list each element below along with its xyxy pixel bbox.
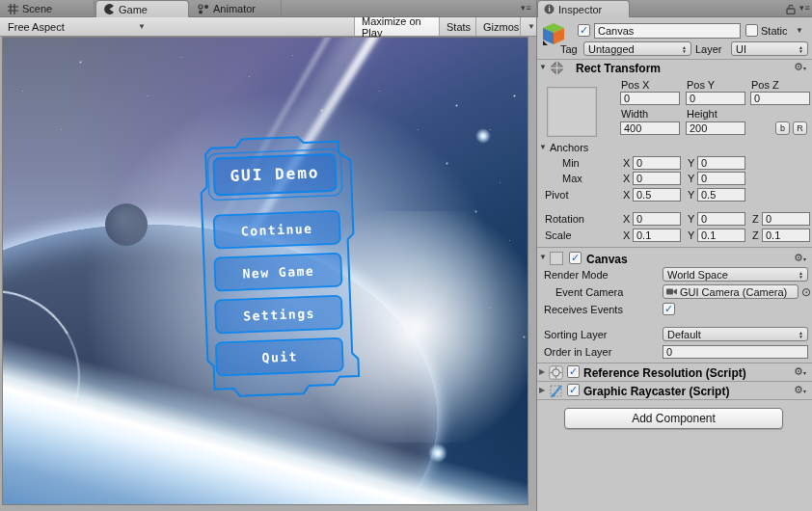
reference-resolution-icon [549,365,563,380]
popup-arrows-icon: ▲▼ [798,45,803,53]
tab-animator[interactable]: Animator [190,0,282,17]
gear-icon[interactable]: ⚙▾ [794,252,806,264]
canvas-title: Canvas [586,253,628,266]
static-dropdown-arrow[interactable]: ▼ [796,26,803,35]
max-x-field[interactable]: 0 [633,172,681,185]
inspector-pane: i Inspector ▾≡ ✓ Canvas Static ▼ Tag Unt… [536,0,812,511]
canvas-enabled-checkbox[interactable]: ✓ [569,252,582,264]
add-component-button[interactable]: Add Component [564,408,783,429]
settings-button-label: Settings [243,307,315,324]
static-label: Static [761,25,788,37]
anchors-foldout[interactable]: ▼ [539,143,547,151]
inspector-panel-menu-icon[interactable]: ▾≡ [799,3,811,13]
inspector-body: ✓ Canvas Static ▼ Tag Untagged ▲▼ Layer … [537,17,812,511]
rotation-z-field[interactable]: 0 [762,212,810,226]
add-component-label: Add Component [632,412,716,425]
pane-splitter[interactable] [528,37,536,511]
continue-button-label: Continue [241,222,313,239]
chevron-down-icon: ▼ [138,22,146,31]
tag-label: Tag [560,43,578,55]
gear-icon[interactable]: ⚙▾ [794,365,806,378]
gameobject-name-field[interactable]: Canvas [594,23,741,39]
axis-x-label: X [623,229,630,241]
gear-icon[interactable]: ⚙▾ [794,384,806,396]
static-checkbox[interactable] [745,24,758,37]
aspect-dropdown[interactable]: Free Aspect ▼ [2,18,151,35]
layer-dropdown[interactable]: UI ▲▼ [731,41,808,56]
graphic-raycaster-foldout[interactable]: ▶ [539,386,545,394]
settings-button[interactable]: Settings [215,296,342,334]
graphic-raycaster-enabled-checkbox[interactable]: ✓ [567,384,580,396]
layer-label: Layer [695,43,722,55]
reference-resolution-foldout[interactable]: ▶ [539,367,545,376]
scene-grid-icon [8,4,18,14]
receives-events-label: Receives Events [544,304,623,315]
gear-icon[interactable]: ⚙▾ [794,61,806,73]
min-x-field[interactable]: 0 [633,156,681,170]
scale-label: Scale [545,229,572,241]
tab-game[interactable]: Game [95,0,189,17]
width-label: Width [621,108,648,120]
rect-transform-icon [550,61,564,75]
axis-y-label: Y [688,189,694,201]
pos-z-field[interactable]: 0 [750,92,810,105]
canvas-component-icon [550,252,563,265]
axis-z-label: Z [752,229,759,241]
game-pacman-icon [104,4,115,14]
tab-inspector[interactable]: i Inspector [537,0,630,17]
raw-edit-mode-button[interactable]: R [793,121,807,135]
pos-x-field[interactable]: 0 [620,92,680,105]
reference-resolution-enabled-checkbox[interactable]: ✓ [567,365,580,378]
graphic-raycaster-title: Graphic Raycaster (Script) [583,385,729,398]
height-field[interactable]: 200 [686,121,745,135]
tab-game-label: Game [119,4,148,15]
rect-transform-title: Rect Transform [576,62,661,75]
scale-z-field[interactable]: 0.1 [762,229,810,242]
canvas-foldout[interactable]: ▼ [539,253,547,261]
game-pane: Scene Game Animator ▾≡ Free Aspect ▼ Max… [0,0,536,511]
order-in-layer-label: Order in Layer [544,346,611,358]
receives-events-checkbox[interactable]: ✓ [663,303,675,315]
gameobject-enabled-checkbox[interactable]: ✓ [578,24,590,37]
maximize-on-play-label: Maximize on Play [362,15,432,39]
pivot-y-field[interactable]: 0.5 [697,188,745,202]
scale-y-field[interactable]: 0.1 [697,229,745,242]
order-in-layer-field[interactable]: 0 [663,345,808,359]
window-chrome-bottom [0,505,536,511]
rect-transform-foldout[interactable]: ▼ [539,63,547,71]
layer-value: UI [736,43,746,55]
new-game-button[interactable]: New Game [214,254,341,291]
gizmos-button[interactable]: Gizmos [475,17,520,36]
continue-button[interactable]: Continue [214,211,340,249]
anchors-label: Anchors [550,142,588,153]
pivot-x-field[interactable]: 0.5 [633,188,681,202]
pos-y-field[interactable]: 0 [686,92,745,105]
blueprint-mode-button[interactable]: b [775,121,790,135]
stats-button[interactable]: Stats [439,17,475,36]
event-camera-object-field[interactable]: GUI Camera (Camera) [663,284,798,299]
axis-x-label: X [623,189,630,201]
axis-y-label: Y [688,157,694,169]
render-mode-dropdown[interactable]: World Space ▲▼ [663,267,808,282]
sorting-layer-dropdown[interactable]: Default ▲▼ [663,327,808,341]
game-panel-menu-icon[interactable]: ▾≡ [521,3,532,13]
game-viewport[interactable]: GUI Demo Continue New Game Settings Quit [2,37,528,505]
max-y-field[interactable]: 0 [697,172,745,185]
tag-dropdown[interactable]: Untagged ▲▼ [583,41,691,56]
rotation-x-field[interactable]: 0 [633,212,681,226]
menu-title: GUI Demo [230,163,320,185]
quit-button[interactable]: Quit [216,338,343,376]
rotation-y-field[interactable]: 0 [697,212,745,226]
axis-y-label: Y [688,229,694,241]
scale-x-field[interactable]: 0.1 [633,229,681,242]
width-field[interactable]: 400 [620,121,680,135]
maximize-on-play-button[interactable]: Maximize on Play [354,17,439,36]
min-y-field[interactable]: 0 [697,156,745,170]
height-label: Height [687,108,717,120]
tab-scene[interactable]: Scene [0,0,95,17]
lock-icon[interactable] [786,4,796,14]
popup-arrows-icon: ▲▼ [682,45,687,53]
gizmos-dropdown-arrow[interactable]: ▼ [520,17,535,36]
object-picker-icon[interactable]: ⊙ [801,285,811,299]
graphic-raycaster-icon [549,384,563,398]
